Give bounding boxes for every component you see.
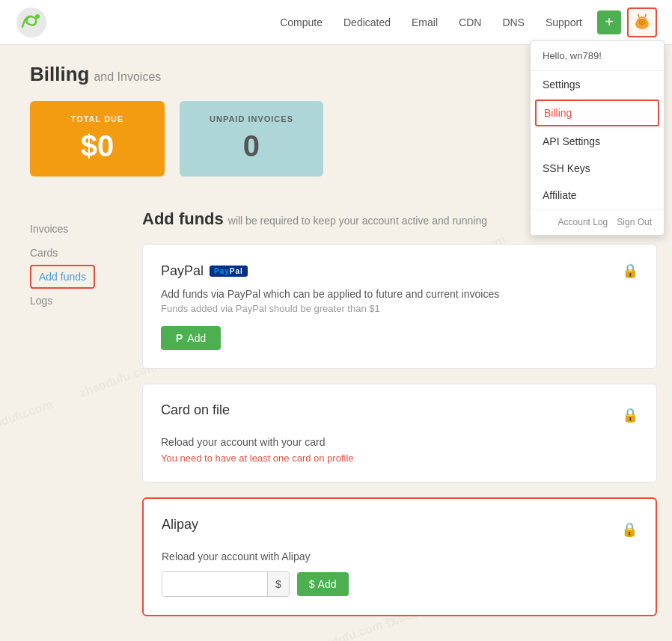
header: Compute Dedicated Email CDN DNS Support … [0,0,672,45]
logo[interactable] [15,6,48,39]
nav-item-cdn[interactable]: CDN [459,16,481,28]
sidebar-item-cards[interactable]: Cards [30,241,127,265]
alipay-lock-icon: 🔒 [621,521,638,538]
card-reload-text: Reload your account with your card [161,436,638,448]
dropdown-footer: Account Log Sign Out [531,209,664,235]
svg-point-1 [35,14,40,19]
nav-item-compute[interactable]: Compute [280,16,323,28]
paypal-desc: Add funds via PayPal which can be applie… [161,288,638,300]
alipay-amount-input[interactable] [162,572,267,596]
alipay-card-header: Alipay 🔒 [162,517,638,542]
card-warning: You need to have at least one card on pr… [161,453,638,464]
svg-point-9 [645,14,647,16]
alipay-card: Alipay 🔒 Reload your account with Alipay… [142,497,657,616]
sidebar-item-logs[interactable]: Logs [30,289,127,313]
nav-item-support[interactable]: Support [546,16,582,28]
paypal-badge: PayPal [210,266,248,277]
alipay-add-button[interactable]: $ Add [297,572,349,596]
dropdown-menu: Hello, wn789! Settings Billing API Setti… [530,40,665,236]
add-button[interactable]: + [597,10,621,34]
paypal-card-header: PayPal PayPal 🔒 [161,263,638,279]
nav-item-dedicated[interactable]: Dedicated [343,16,391,28]
sign-out-link[interactable]: Sign Out [617,217,652,227]
dropdown-greeting: Hello, wn789! [531,41,664,71]
sidebar: Invoices Cards Add funds Logs [30,209,127,631]
header-actions: + [597,7,657,37]
alipay-title: Alipay [162,517,198,533]
content: Add fundswill be required to keep your a… [127,209,657,631]
svg-point-5 [641,20,644,22]
dropdown-item-ssh-keys[interactable]: SSH Keys [531,155,664,182]
paypal-p-icon: P [176,332,183,344]
nav-item-email[interactable]: Email [412,16,438,28]
snail-icon [632,12,653,33]
nav-item-dns[interactable]: DNS [502,16,525,28]
nav: Compute Dedicated Email CDN DNS Support [280,16,582,28]
unpaid-invoices-label: UNPAID INVOICES [210,114,293,123]
alipay-currency-symbol: $ [267,572,289,596]
card-header: Card on file 🔒 [161,402,638,427]
dropdown-item-settings[interactable]: Settings [531,71,664,98]
unpaid-invoices-value: 0 [210,129,293,163]
sidebar-item-invoices[interactable]: Invoices [30,217,127,241]
card-on-file-title: Card on file [161,402,230,418]
alipay-dollar-icon: $ [309,578,315,590]
dropdown-item-affiliate[interactable]: Affiliate [531,182,664,209]
main-layout: Invoices Cards Add funds Logs Add fundsw… [0,194,672,641]
alipay-reload-text: Reload your account with Alipay [162,550,638,562]
logo-icon [15,6,48,39]
paypal-note: Funds added via PayPal should be greater… [161,303,638,314]
account-log-link[interactable]: Account Log [558,217,608,227]
total-due-card: TOTAL DUE $0 [30,101,165,177]
total-due-label: TOTAL DUE [60,114,135,123]
paypal-add-button[interactable]: P Add [161,326,221,350]
card-on-file-card: Card on file 🔒 Reload your account with … [142,384,657,482]
svg-point-8 [638,14,639,16]
alipay-input-row: $ $ Add [162,571,638,597]
dropdown-item-api-settings[interactable]: API Settings [531,128,664,155]
svg-point-0 [16,7,46,37]
card-lock-icon: 🔒 [622,407,638,423]
paypal-card: PayPal PayPal 🔒 Add funds via PayPal whi… [142,244,657,369]
paypal-lock-icon: 🔒 [622,263,638,279]
unpaid-invoices-card: UNPAID INVOICES 0 [180,101,323,177]
avatar-button[interactable] [627,7,657,37]
sidebar-item-add-funds[interactable]: Add funds [30,265,95,289]
alipay-input-wrap: $ [162,571,290,597]
total-due-value: $0 [60,129,135,163]
paypal-method-name: PayPal PayPal [161,263,248,279]
dropdown-item-billing[interactable]: Billing [535,99,659,126]
